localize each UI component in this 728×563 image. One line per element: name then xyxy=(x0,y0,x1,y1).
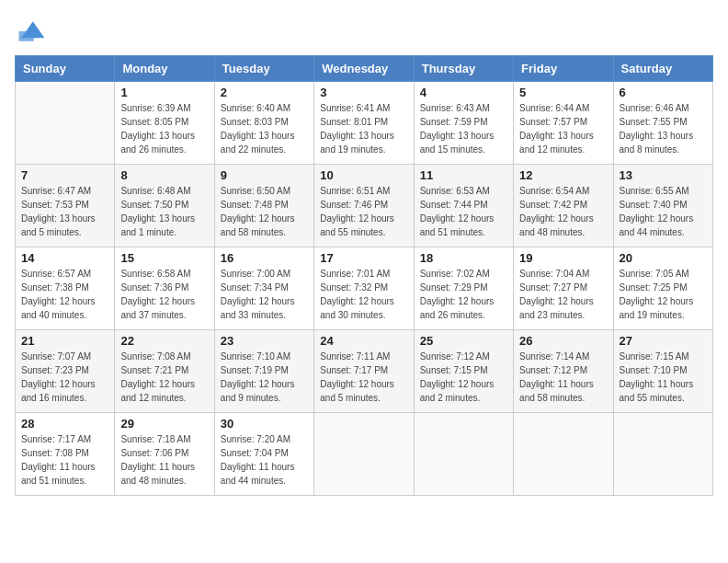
weekday-header-thursday: Thursday xyxy=(414,56,513,82)
calendar-cell: 12Sunrise: 6:54 AMSunset: 7:42 PMDayligh… xyxy=(514,165,613,247)
day-number: 22 xyxy=(120,334,208,348)
weekday-header-row: SundayMondayTuesdayWednesdayThursdayFrid… xyxy=(16,56,713,82)
day-info: Sunrise: 7:12 AMSunset: 7:15 PMDaylight:… xyxy=(420,350,507,405)
day-number: 19 xyxy=(519,251,607,265)
day-info: Sunrise: 6:54 AMSunset: 7:42 PMDaylight:… xyxy=(519,184,607,239)
calendar-cell: 2Sunrise: 6:40 AMSunset: 8:03 PMDaylight… xyxy=(214,82,313,165)
day-info: Sunrise: 7:14 AMSunset: 7:12 PMDaylight:… xyxy=(519,350,607,405)
calendar-cell: 27Sunrise: 7:15 AMSunset: 7:10 PMDayligh… xyxy=(613,330,712,413)
weekday-header-wednesday: Wednesday xyxy=(314,56,414,82)
calendar-cell: 10Sunrise: 6:51 AMSunset: 7:46 PMDayligh… xyxy=(314,165,414,247)
day-info: Sunrise: 7:10 AMSunset: 7:19 PMDaylight:… xyxy=(221,350,308,405)
calendar-cell: 17Sunrise: 7:01 AMSunset: 7:32 PMDayligh… xyxy=(314,247,414,330)
day-info: Sunrise: 6:41 AMSunset: 8:01 PMDaylight:… xyxy=(320,101,407,156)
calendar-cell: 20Sunrise: 7:05 AMSunset: 7:25 PMDayligh… xyxy=(613,247,712,330)
logo xyxy=(15,15,50,48)
day-number: 25 xyxy=(420,334,507,348)
calendar-cell: 6Sunrise: 6:46 AMSunset: 7:55 PMDaylight… xyxy=(613,82,712,165)
calendar-cell: 5Sunrise: 6:44 AMSunset: 7:57 PMDaylight… xyxy=(514,82,613,165)
day-number: 28 xyxy=(21,417,108,431)
day-number: 18 xyxy=(420,251,507,265)
day-info: Sunrise: 6:55 AMSunset: 7:40 PMDaylight:… xyxy=(620,184,707,239)
day-number: 21 xyxy=(21,334,108,348)
calendar-cell: 21Sunrise: 7:07 AMSunset: 7:23 PMDayligh… xyxy=(16,330,115,413)
calendar-cell xyxy=(514,413,613,496)
day-info: Sunrise: 6:58 AMSunset: 7:36 PMDaylight:… xyxy=(120,267,208,322)
svg-rect-2 xyxy=(19,31,34,41)
calendar-cell: 22Sunrise: 7:08 AMSunset: 7:21 PMDayligh… xyxy=(115,330,214,413)
day-info: Sunrise: 7:00 AMSunset: 7:34 PMDaylight:… xyxy=(221,267,308,322)
calendar-cell: 14Sunrise: 6:57 AMSunset: 7:38 PMDayligh… xyxy=(16,247,115,330)
weekday-header-tuesday: Tuesday xyxy=(214,56,313,82)
day-info: Sunrise: 7:18 AMSunset: 7:06 PMDaylight:… xyxy=(120,432,208,488)
day-info: Sunrise: 7:17 AMSunset: 7:08 PMDaylight:… xyxy=(21,432,108,488)
day-info: Sunrise: 6:50 AMSunset: 7:48 PMDaylight:… xyxy=(221,184,308,239)
calendar-cell: 8Sunrise: 6:48 AMSunset: 7:50 PMDaylight… xyxy=(115,165,214,247)
calendar-cell: 18Sunrise: 7:02 AMSunset: 7:29 PMDayligh… xyxy=(414,247,513,330)
calendar-table: SundayMondayTuesdayWednesdayThursdayFrid… xyxy=(15,55,713,496)
calendar-cell: 1Sunrise: 6:39 AMSunset: 8:05 PMDaylight… xyxy=(115,82,214,165)
calendar-cell: 30Sunrise: 7:20 AMSunset: 7:04 PMDayligh… xyxy=(214,413,313,496)
calendar-cell: 3Sunrise: 6:41 AMSunset: 8:01 PMDaylight… xyxy=(314,82,414,165)
day-number: 26 xyxy=(519,334,607,348)
calendar-cell: 23Sunrise: 7:10 AMSunset: 7:19 PMDayligh… xyxy=(214,330,313,413)
day-number: 9 xyxy=(221,168,308,182)
day-info: Sunrise: 6:46 AMSunset: 7:55 PMDaylight:… xyxy=(620,101,707,156)
day-info: Sunrise: 7:01 AMSunset: 7:32 PMDaylight:… xyxy=(320,267,407,322)
week-row-5: 28Sunrise: 7:17 AMSunset: 7:08 PMDayligh… xyxy=(16,413,713,496)
day-info: Sunrise: 7:02 AMSunset: 7:29 PMDaylight:… xyxy=(420,267,507,322)
day-info: Sunrise: 7:07 AMSunset: 7:23 PMDaylight:… xyxy=(21,350,108,405)
calendar-cell: 16Sunrise: 7:00 AMSunset: 7:34 PMDayligh… xyxy=(214,247,313,330)
day-info: Sunrise: 6:40 AMSunset: 8:03 PMDaylight:… xyxy=(221,101,308,156)
calendar-cell: 15Sunrise: 6:58 AMSunset: 7:36 PMDayligh… xyxy=(115,247,214,330)
logo-icon xyxy=(15,15,48,48)
day-info: Sunrise: 6:48 AMSunset: 7:50 PMDaylight:… xyxy=(120,184,208,239)
day-number: 23 xyxy=(221,334,308,348)
calendar-cell xyxy=(16,82,115,165)
day-info: Sunrise: 7:20 AMSunset: 7:04 PMDaylight:… xyxy=(221,432,308,488)
day-number: 15 xyxy=(120,251,208,265)
day-number: 5 xyxy=(519,86,607,99)
day-info: Sunrise: 6:44 AMSunset: 7:57 PMDaylight:… xyxy=(519,101,607,156)
week-row-2: 7Sunrise: 6:47 AMSunset: 7:53 PMDaylight… xyxy=(16,165,713,247)
day-info: Sunrise: 6:51 AMSunset: 7:46 PMDaylight:… xyxy=(320,184,407,239)
day-number: 3 xyxy=(320,86,407,99)
weekday-header-friday: Friday xyxy=(514,56,613,82)
calendar-cell xyxy=(613,413,712,496)
day-number: 12 xyxy=(519,168,607,182)
day-info: Sunrise: 7:15 AMSunset: 7:10 PMDaylight:… xyxy=(620,350,707,405)
day-number: 4 xyxy=(420,86,507,99)
weekday-header-saturday: Saturday xyxy=(613,56,712,82)
day-number: 14 xyxy=(21,251,108,265)
calendar-cell: 13Sunrise: 6:55 AMSunset: 7:40 PMDayligh… xyxy=(613,165,712,247)
day-number: 8 xyxy=(120,168,208,182)
week-row-3: 14Sunrise: 6:57 AMSunset: 7:38 PMDayligh… xyxy=(16,247,713,330)
day-number: 1 xyxy=(120,86,208,99)
day-number: 10 xyxy=(320,168,407,182)
calendar-cell: 9Sunrise: 6:50 AMSunset: 7:48 PMDaylight… xyxy=(214,165,313,247)
calendar-cell: 19Sunrise: 7:04 AMSunset: 7:27 PMDayligh… xyxy=(514,247,613,330)
day-info: Sunrise: 7:08 AMSunset: 7:21 PMDaylight:… xyxy=(120,350,208,405)
calendar-cell: 29Sunrise: 7:18 AMSunset: 7:06 PMDayligh… xyxy=(115,413,214,496)
calendar-cell: 28Sunrise: 7:17 AMSunset: 7:08 PMDayligh… xyxy=(16,413,115,496)
calendar-cell: 11Sunrise: 6:53 AMSunset: 7:44 PMDayligh… xyxy=(414,165,513,247)
day-number: 30 xyxy=(221,417,308,431)
day-info: Sunrise: 6:53 AMSunset: 7:44 PMDaylight:… xyxy=(420,184,507,239)
calendar-cell: 7Sunrise: 6:47 AMSunset: 7:53 PMDaylight… xyxy=(16,165,115,247)
day-info: Sunrise: 7:04 AMSunset: 7:27 PMDaylight:… xyxy=(519,267,607,322)
header xyxy=(15,15,713,48)
day-info: Sunrise: 7:11 AMSunset: 7:17 PMDaylight:… xyxy=(320,350,407,405)
calendar-cell: 24Sunrise: 7:11 AMSunset: 7:17 PMDayligh… xyxy=(314,330,414,413)
calendar-cell xyxy=(314,413,414,496)
calendar-cell: 25Sunrise: 7:12 AMSunset: 7:15 PMDayligh… xyxy=(414,330,513,413)
day-info: Sunrise: 6:47 AMSunset: 7:53 PMDaylight:… xyxy=(21,184,108,239)
day-number: 29 xyxy=(120,417,208,431)
day-info: Sunrise: 6:43 AMSunset: 7:59 PMDaylight:… xyxy=(420,101,507,156)
day-number: 11 xyxy=(420,168,507,182)
day-number: 27 xyxy=(620,334,707,348)
calendar-cell xyxy=(414,413,513,496)
day-number: 6 xyxy=(620,86,707,99)
day-number: 2 xyxy=(221,86,308,99)
day-info: Sunrise: 7:05 AMSunset: 7:25 PMDaylight:… xyxy=(620,267,707,322)
week-row-1: 1Sunrise: 6:39 AMSunset: 8:05 PMDaylight… xyxy=(16,82,713,165)
